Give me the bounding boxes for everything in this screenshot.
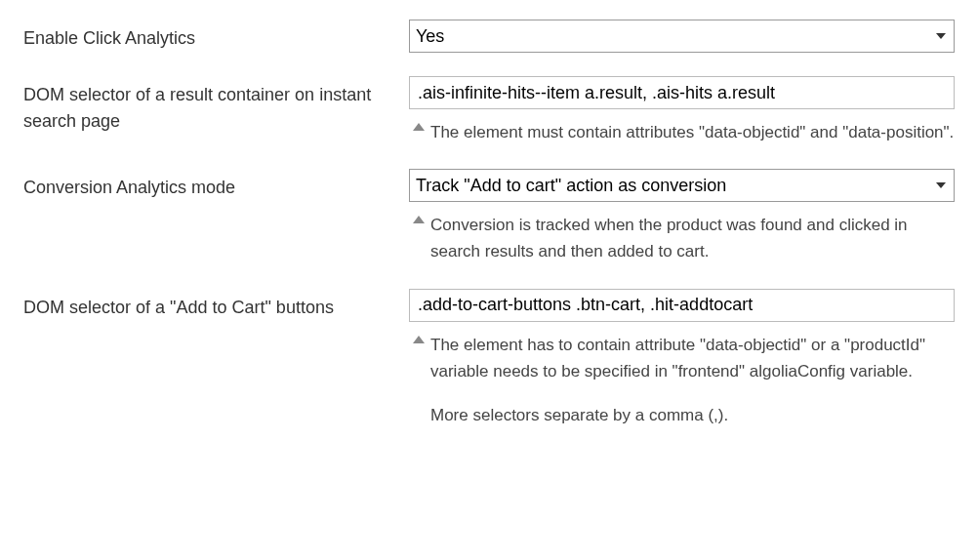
enable-click-analytics-select[interactable]: Yes	[409, 20, 955, 53]
field-dom-selector-addtocart: DOM selector of a "Add to Cart" buttons …	[23, 289, 955, 429]
hint-text: More selectors separate by a comma (,).	[430, 406, 728, 424]
field-enable-click-analytics: Enable Click Analytics Yes	[23, 20, 955, 53]
label-dom-selector-addtocart: DOM selector of a "Add to Cart" buttons	[23, 289, 409, 321]
label-enable-click-analytics: Enable Click Analytics	[23, 20, 409, 52]
hint-text: The element must contain attributes "dat…	[430, 123, 954, 141]
hint-conversion-mode: Conversion is tracked when the product w…	[409, 212, 955, 264]
triangle-up-icon	[413, 336, 425, 343]
hint-dom-selector-result: The element must contain attributes "dat…	[409, 119, 955, 145]
field-conversion-mode: Conversion Analytics mode Track "Add to …	[23, 169, 955, 264]
triangle-up-icon	[413, 123, 425, 131]
triangle-up-icon	[413, 216, 425, 223]
hint-text: The element has to contain attribute "da…	[430, 336, 925, 380]
dom-selector-addtocart-input[interactable]	[409, 289, 955, 322]
dom-selector-result-input[interactable]	[409, 76, 955, 109]
hint2-dom-selector-addtocart: More selectors separate by a comma (,).	[409, 402, 955, 428]
hint-dom-selector-addtocart: The element has to contain attribute "da…	[409, 332, 955, 384]
label-conversion-mode: Conversion Analytics mode	[23, 169, 409, 201]
label-dom-selector-result: DOM selector of a result container on in…	[23, 76, 409, 135]
conversion-mode-select[interactable]: Track "Add to cart" action as conversion	[409, 169, 955, 202]
field-dom-selector-result: DOM selector of a result container on in…	[23, 76, 955, 145]
hint-text: Conversion is tracked when the product w…	[430, 216, 908, 260]
